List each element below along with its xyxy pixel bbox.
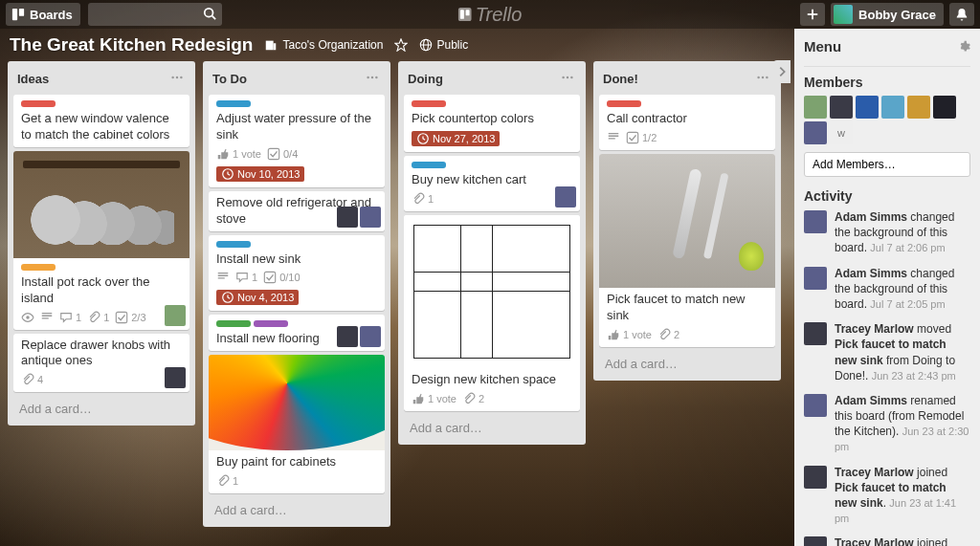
card-label[interactable] (412, 162, 446, 168)
activity-timestamp: Jul 7 at 2:05 pm (870, 298, 945, 310)
list-menu-button[interactable] (559, 69, 576, 89)
menu-collapse-handle[interactable] (773, 60, 791, 83)
eye-icon (21, 311, 34, 324)
list-title[interactable]: To Do (212, 72, 247, 86)
list-menu-button[interactable] (754, 69, 771, 89)
visibility-button[interactable]: Public (419, 38, 468, 52)
member-avatar[interactable] (907, 96, 930, 119)
create-button[interactable] (800, 3, 825, 26)
add-card-button[interactable]: Add a card… (402, 415, 582, 441)
card[interactable]: Install new sink 1 0/10 Nov 4, 2013 (209, 235, 385, 312)
attach-icon (21, 373, 34, 386)
card[interactable]: Pick faucet to match new sink 1 vote 2 (599, 154, 775, 347)
member-avatar[interactable]: w (830, 121, 853, 144)
card[interactable]: Design new kitchen space 1 vote 2 (404, 215, 580, 411)
svg-rect-5 (460, 10, 464, 19)
card-title: Pick faucet to match new sink (599, 288, 775, 328)
card-member-avatar[interactable] (555, 186, 576, 207)
card[interactable]: Buy paint for cabinets 1 (209, 355, 385, 493)
card-label[interactable] (412, 100, 446, 107)
list-title[interactable]: Done! (603, 72, 638, 86)
activity-avatar[interactable] (804, 536, 827, 546)
activity-avatar[interactable] (804, 466, 827, 489)
card-label[interactable] (216, 320, 251, 327)
list: DoingPick countertop colors Nov 27, 2013… (398, 61, 586, 445)
card-member-avatar[interactable] (360, 326, 381, 347)
plus-icon (806, 8, 819, 21)
board-org[interactable]: Taco's Organization (264, 38, 383, 52)
clock-icon (221, 291, 234, 304)
list-menu-button[interactable] (364, 69, 381, 89)
gear-icon[interactable] (957, 40, 970, 54)
card-title: Call contractor (599, 107, 775, 131)
member-avatar[interactable] (804, 121, 827, 144)
svg-rect-23 (268, 148, 278, 159)
search-input[interactable] (88, 3, 222, 26)
card[interactable]: Buy new kitchen cart 1 (404, 156, 580, 211)
activity-avatar[interactable] (804, 322, 827, 345)
card[interactable]: Replace drawer knobs with antique ones 4 (13, 334, 189, 393)
activity-avatar[interactable] (804, 210, 827, 233)
user-menu[interactable]: Bobby Grace (831, 3, 944, 26)
card-cover (209, 355, 385, 450)
card[interactable]: Install new flooring (209, 315, 385, 351)
card-member-avatar[interactable] (165, 367, 186, 388)
sidebar-title: Menu (804, 38, 841, 55)
activity-item: Tracey Marlow joined Pick faucet to matc… (804, 465, 970, 527)
due-badge: Nov 4, 2013 (216, 290, 299, 305)
activity-avatar[interactable] (804, 394, 827, 417)
card-label[interactable] (254, 320, 288, 327)
add-card-button[interactable]: Add a card… (597, 351, 777, 377)
card-label[interactable] (21, 264, 56, 271)
card-member-avatar[interactable] (360, 207, 381, 228)
dots-icon (561, 71, 574, 84)
add-card-button[interactable]: Add a card… (11, 396, 191, 422)
card[interactable]: Pick countertop colors Nov 27, 2013 (404, 95, 580, 152)
star-board-button[interactable] (394, 38, 408, 52)
checklist-badge: 2/3 (115, 311, 145, 324)
member-avatar[interactable] (856, 96, 879, 119)
card-member-avatar[interactable] (337, 207, 358, 228)
board-canvas[interactable]: IdeasGet a new window valence to match t… (0, 57, 794, 546)
checklist-badge: 1/2 (626, 131, 657, 144)
notifications-button[interactable] (949, 3, 974, 26)
card[interactable]: Get a new window valence to match the ca… (13, 95, 189, 147)
member-avatar[interactable] (933, 96, 956, 119)
visibility-label: Public (436, 38, 468, 52)
card-member-avatar[interactable] (337, 326, 358, 347)
card-label[interactable] (21, 100, 56, 107)
card-badges: 4 (13, 373, 189, 392)
list-title[interactable]: Doing (408, 72, 443, 86)
comment-icon (235, 271, 249, 284)
search-wrap (88, 3, 222, 26)
member-avatar[interactable] (881, 96, 904, 119)
list-header: Ideas (11, 65, 191, 91)
card-badges: 1 1 2/3 (13, 311, 189, 330)
list-title[interactable]: Ideas (17, 72, 49, 86)
card[interactable]: Remove old refrigerator and stove (209, 191, 385, 231)
add-members-button[interactable]: Add Members… (804, 152, 970, 177)
svg-point-20 (367, 76, 368, 78)
cards-container: Get a new window valence to match the ca… (11, 91, 191, 396)
check-icon (263, 271, 277, 284)
card[interactable]: Adjust water pressure of the sink 1 vote… (209, 95, 385, 187)
card-label[interactable] (216, 241, 251, 248)
member-avatar[interactable] (830, 96, 853, 119)
card-member-avatar[interactable] (165, 305, 186, 326)
global-header: Boards Trello Bobby Grace (0, 0, 980, 29)
card-label[interactable] (607, 100, 641, 107)
card-label[interactable] (216, 100, 251, 107)
list-menu-button[interactable] (168, 69, 186, 89)
card[interactable]: Install pot rack over the island 1 1 2/3 (13, 151, 189, 330)
add-card-button[interactable]: Add a card… (207, 497, 387, 523)
card[interactable]: Call contractor 1/2 (599, 95, 775, 150)
app-logo[interactable]: Trello (458, 4, 523, 26)
board-title[interactable]: The Great Kitchen Redesign (10, 34, 253, 55)
boards-button[interactable]: Boards (6, 3, 80, 26)
desc-icon (216, 271, 230, 284)
svg-rect-25 (264, 273, 275, 283)
desc-badge (607, 131, 620, 144)
card-cover (13, 151, 189, 258)
activity-avatar[interactable] (804, 267, 827, 290)
member-avatar[interactable] (804, 96, 827, 119)
